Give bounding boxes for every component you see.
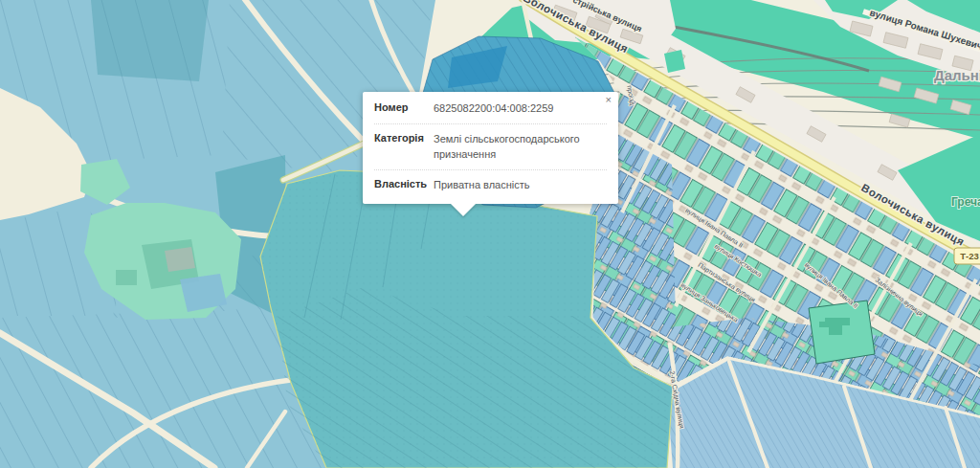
popup-value-ownership: Приватна власність (434, 178, 607, 193)
cadastral-map-view[interactable]: Т-23 Волочиська вулиця Волочиська вулиця… (0, 0, 980, 468)
building-footprint (165, 247, 195, 272)
road-badge-label: Т-23 (960, 251, 979, 261)
popup-value-parcel-number: 6825082200:04:008:2259 (434, 101, 607, 117)
cadastral-map-svg[interactable]: Т-23 Волочиська вулиця Волочиська вулиця… (0, 0, 980, 468)
popup-row-ownership: Власність Приватна власність (374, 169, 607, 200)
popup-label: Власність (374, 178, 434, 193)
popup-label: Номер (374, 101, 434, 117)
popup-close-button[interactable]: × (606, 95, 612, 105)
parcel-info-popup: × Номер 6825082200:04:008:2259 Категорія… (363, 92, 618, 204)
popup-label: Категорія (374, 132, 434, 163)
place-label-hrechany: Гречани (951, 195, 980, 209)
popup-row-number: Номер 6825082200:04:008:2259 (374, 94, 607, 123)
popup-row-category: Категорія Землі сільськогосподарського п… (374, 123, 607, 169)
darker-field-parcel (91, 0, 209, 81)
place-label-dalni: Дальні Гречани (934, 67, 980, 83)
popup-value-category: Землі сільськогосподарського призначення (434, 132, 607, 163)
popup-pointer (451, 204, 476, 216)
road-badge: Т-23 (954, 248, 980, 264)
